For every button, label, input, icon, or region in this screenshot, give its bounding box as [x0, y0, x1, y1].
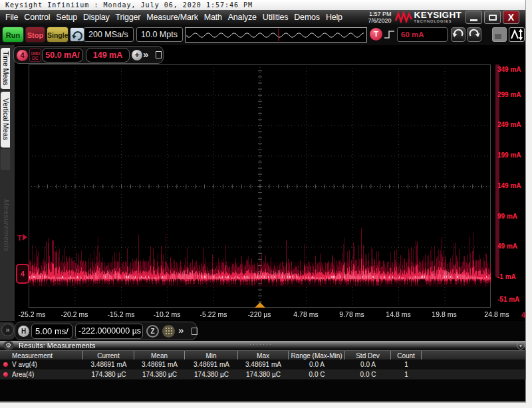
vertical-offset-field[interactable]: 149 mA — [86, 48, 130, 62]
horizontal-button[interactable]: H — [18, 326, 29, 337]
run-button[interactable]: Run — [2, 27, 24, 43]
timebase-scale-field[interactable]: 5.00 ms/ — [31, 324, 72, 339]
keysight-logo-icon — [395, 11, 412, 23]
measurements-panel-label: Measurements — [3, 199, 11, 252]
trigger-marker-label: T — [17, 234, 22, 242]
col-min: Min — [185, 351, 238, 359]
cell: 174.380 µC — [134, 369, 185, 379]
channel-controls: 4 1MΩDC 50.0 mA/ 149 mA + » — [13, 46, 164, 64]
minimize-icon — [470, 19, 477, 21]
menu-help[interactable]: Help — [323, 10, 345, 25]
os-title-text: Keysight Infiniium : Monday, July 06, 20… — [5, 1, 253, 9]
x-axis-label: 19.8 ms — [424, 310, 464, 318]
channel-4-button[interactable]: 4 — [17, 50, 28, 61]
undo-button[interactable] — [451, 27, 466, 42]
autoscale-button[interactable] — [509, 27, 525, 42]
x-axis-label: -10.2 ms — [147, 310, 187, 318]
expand-left-button[interactable]: » — [1, 324, 14, 336]
measurement-color-dot — [3, 362, 8, 367]
x-axis-label: 4.78 ms — [286, 310, 326, 318]
coupling-label: DC — [32, 56, 38, 60]
drag-handle-icon[interactable]: ······· — [249, 340, 273, 349]
x-axis-label: -25.2 ms — [12, 310, 52, 318]
menu-trigger[interactable]: Trigger — [112, 10, 144, 25]
os-titlebar[interactable]: Keysight Infiniium : Monday, July 06, 20… — [0, 0, 525, 10]
tab-unlabeled[interactable] — [1, 149, 10, 170]
dots-icon — [162, 325, 175, 338]
table-row[interactable]: V avg(4) 3.48691 mA 3.48691 mA 3.48691 m… — [0, 359, 526, 369]
cell: 3.48691 mA — [238, 359, 289, 369]
stop-button[interactable]: Stop — [25, 27, 45, 43]
touch-button[interactable] — [70, 27, 84, 42]
trigger-level-marker[interactable]: T — [17, 234, 27, 242]
redo-button[interactable] — [467, 27, 481, 42]
menu-file[interactable]: File — [0, 10, 21, 25]
y-axis-label: 199 mA — [497, 152, 527, 159]
x-axis-label: -5.22 ms — [194, 310, 233, 318]
close-icon: X — [508, 12, 514, 23]
timebase-position-field[interactable]: -222.0000000 µs — [75, 324, 143, 339]
zoom-button[interactable]: Z — [146, 325, 159, 338]
x-axis-label: -220 µs — [239, 310, 279, 318]
x-axis-label: -15.2 ms — [101, 310, 141, 318]
col-stddev: Std Dev — [345, 351, 391, 359]
y-axis-label: -1 mA — [497, 273, 527, 280]
popout-icon-h[interactable] — [192, 328, 198, 335]
col-count: Count — [391, 351, 422, 359]
cell: 0.0 A — [289, 359, 345, 369]
waveform-plot[interactable] — [29, 64, 491, 308]
cell: 0.0 C — [345, 369, 391, 379]
trigger-source-button[interactable]: T — [370, 28, 382, 41]
collapse-results-button[interactable]: ▾ — [517, 342, 525, 350]
trigger-level-field[interactable]: 60 mA — [397, 27, 448, 42]
menu-analyze[interactable]: Analyze — [225, 10, 259, 25]
cell-filler — [422, 369, 526, 379]
y-axis-label: 299 mA — [497, 91, 527, 98]
sample-rate-field[interactable]: 200 MSa/s — [84, 27, 134, 42]
autoscale-icon — [509, 28, 524, 41]
undo-icon — [452, 28, 465, 41]
maximize-button[interactable] — [484, 11, 501, 24]
results-header[interactable]: ⚙ Results: Measurements ······· ▾ — [0, 341, 525, 350]
x-axis-label: -20.2 ms — [55, 310, 94, 318]
menu-setup[interactable]: Setup — [53, 10, 80, 25]
ground-marker-arrow-icon — [29, 272, 33, 277]
tab-vertical-meas[interactable]: Vertical Meas — [1, 92, 10, 148]
touch-icon — [70, 28, 84, 41]
y-axis-label: 349 mA — [497, 66, 527, 73]
menu-demos[interactable]: Demos — [291, 10, 323, 25]
popout-icon[interactable] — [156, 51, 162, 58]
col-measurement: Measurement — [0, 351, 83, 359]
expand-channel-chevrons[interactable]: » — [143, 49, 148, 60]
measurement-name: V avg(4) — [0, 359, 83, 369]
menu-control[interactable]: Control — [21, 10, 53, 25]
gear-icon[interactable]: ⚙ — [3, 341, 14, 350]
results-title: Results: Measurements — [19, 341, 96, 350]
x-axis-label: 24.8 ms — [477, 310, 517, 318]
close-button[interactable]: X — [503, 11, 519, 24]
memory-depth-field[interactable]: 10.0 Mpts — [136, 27, 183, 42]
menu-measure-mark[interactable]: Measure/Mark — [144, 10, 201, 25]
tab-time-meas[interactable]: Time Meas — [1, 48, 10, 89]
vertical-scale-field[interactable]: 50.0 mA/ — [42, 48, 83, 62]
menu-math[interactable]: Math — [201, 10, 225, 25]
touch-zone-button[interactable] — [162, 325, 175, 338]
menu-utilities[interactable]: Utilities — [259, 10, 291, 25]
minimize-button[interactable] — [466, 11, 482, 24]
menu-display[interactable]: Display — [80, 10, 112, 25]
expand-horizontal-chevrons[interactable]: » — [178, 324, 184, 336]
clock-time: 1:57 PM — [368, 11, 392, 17]
keysight-logo: KEYSIGHT TECHNOLOGIES — [395, 11, 466, 23]
col-max: Max — [238, 351, 289, 359]
measure-tool-button-disabled[interactable] — [492, 27, 507, 42]
waveform-preview-strip[interactable] — [185, 27, 367, 43]
table-row[interactable]: Area(4) 174.380 µC 174.380 µC 174.380 µC… — [0, 369, 526, 379]
channel-ground-marker[interactable]: 4 — [16, 264, 29, 284]
results-table: Measurement Current Mean Min Max Range (… — [0, 350, 526, 379]
single-button[interactable]: Single — [47, 27, 68, 43]
add-channel-button[interactable]: + — [132, 50, 142, 60]
clock-date: 7/6/2020 — [368, 17, 392, 24]
cell: 0.0 A — [345, 359, 391, 369]
coupling-badge[interactable]: 1MΩDC — [29, 49, 41, 62]
trigger-time-marker[interactable] — [255, 302, 265, 308]
